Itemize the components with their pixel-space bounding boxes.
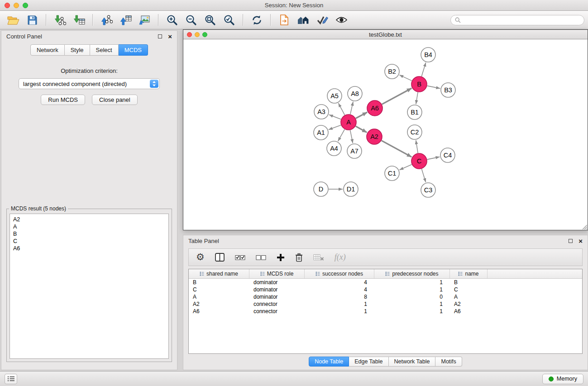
graph-edge-A-A7[interactable]: [350, 130, 353, 143]
graph-node-D1[interactable]: D1: [344, 182, 358, 196]
float-panel-icon[interactable]: [158, 34, 162, 38]
save-session-button[interactable]: [24, 13, 40, 27]
graph-node-A5[interactable]: A5: [327, 89, 342, 103]
tab-network[interactable]: Network: [30, 44, 65, 56]
network-window-titlebar[interactable]: testGlobe.txt: [183, 30, 588, 39]
tab-select[interactable]: Select: [90, 44, 119, 56]
graph-edge-C-C2[interactable]: [416, 140, 418, 153]
graph-node-A6[interactable]: A6: [367, 100, 382, 116]
close-view-icon[interactable]: [187, 32, 192, 37]
cell-successor-nodes[interactable]: 8: [305, 294, 374, 300]
cell-shared-name[interactable]: C: [189, 286, 249, 293]
cell-successor-nodes[interactable]: 1: [305, 301, 374, 307]
cell-mcds-role[interactable]: connector: [249, 308, 305, 315]
graph-node-B[interactable]: B: [411, 76, 427, 92]
graph-edge-A-A4[interactable]: [338, 129, 345, 141]
cell-name[interactable]: A2: [450, 301, 488, 307]
table-row[interactable]: B dominator 4 1 B: [189, 279, 582, 286]
float-table-panel-icon[interactable]: [569, 239, 573, 243]
graph-edge-C-C3[interactable]: [421, 169, 425, 182]
graph-node-C4[interactable]: C4: [440, 148, 455, 162]
search-box[interactable]: [450, 15, 584, 25]
graph-edge-A6-B[interactable]: [382, 88, 412, 104]
table-settings-button[interactable]: ⚙: [196, 253, 205, 262]
column-header-successor-nodes[interactable]: successor nodes: [305, 269, 374, 278]
cell-predecessor-nodes[interactable]: 1: [374, 286, 450, 293]
mcds-result-list[interactable]: A2 A B C A6: [10, 214, 169, 359]
minimize-window-icon[interactable]: [14, 3, 19, 8]
resize-grip-icon[interactable]: [581, 224, 587, 229]
graph-node-B3[interactable]: B3: [441, 83, 455, 97]
function-builder-button[interactable]: f(x): [335, 253, 346, 262]
graph-edge-A-A6[interactable]: [356, 112, 367, 119]
cell-successor-nodes[interactable]: 1: [305, 308, 374, 315]
add-row-button[interactable]: [277, 253, 285, 262]
search-input[interactable]: [464, 17, 580, 23]
column-header-name[interactable]: name: [450, 269, 488, 278]
graph-node-B4[interactable]: B4: [421, 48, 435, 62]
cell-name[interactable]: A6: [450, 308, 488, 315]
graph-edge-B-B4[interactable]: [421, 62, 425, 76]
cell-successor-nodes[interactable]: 4: [305, 279, 374, 286]
table-row[interactable]: A dominator 8 0 A: [189, 293, 582, 300]
graph-node-D[interactable]: D: [314, 182, 328, 196]
import-table-button[interactable]: [71, 13, 87, 27]
show-column-button[interactable]: [215, 253, 225, 262]
home-button[interactable]: [295, 13, 311, 27]
graph-node-A8[interactable]: A8: [348, 86, 362, 101]
cell-predecessor-nodes[interactable]: 0: [374, 294, 450, 300]
tab-edge-table[interactable]: Edge Table: [349, 357, 388, 367]
cell-mcds-role[interactable]: dominator: [249, 279, 305, 286]
tab-style[interactable]: Style: [65, 44, 90, 56]
minimize-view-icon[interactable]: [195, 32, 200, 37]
graph-edge-A-A8[interactable]: [350, 102, 353, 114]
clone-network-button[interactable]: [276, 13, 292, 27]
column-header-mcds-role[interactable]: MCDS role: [249, 269, 305, 278]
zoom-out-button[interactable]: [183, 13, 199, 27]
import-network-button[interactable]: [52, 13, 68, 27]
zoom-window-icon[interactable]: [23, 3, 28, 8]
graph-node-A1[interactable]: A1: [314, 125, 328, 140]
task-history-button[interactable]: [5, 374, 17, 384]
network-canvas[interactable]: B4B2BB3A5A8A6B1A3AC2A1A2A4A7C4CC1C3DD1: [183, 40, 588, 230]
export-table-button[interactable]: [117, 13, 134, 27]
run-mcds-button[interactable]: Run MCDS: [41, 95, 85, 105]
zoom-view-icon[interactable]: [202, 32, 207, 37]
table-row[interactable]: A6 connector 1 1 A6: [189, 308, 582, 315]
graph-node-A3[interactable]: A3: [314, 105, 329, 119]
close-panel-button[interactable]: Close panel: [92, 95, 138, 105]
cell-mcds-role[interactable]: dominator: [249, 294, 305, 300]
graph-node-A[interactable]: A: [341, 114, 356, 130]
graph-node-C3[interactable]: C3: [421, 183, 435, 197]
graph-node-B1[interactable]: B1: [407, 105, 422, 119]
close-panel-icon[interactable]: ×: [168, 33, 172, 40]
tab-motifs[interactable]: Motifs: [435, 357, 462, 367]
delete-table-button[interactable]: [313, 253, 324, 261]
graph-edge-A-A1[interactable]: [329, 125, 341, 129]
cell-successor-nodes[interactable]: 4: [305, 286, 374, 293]
open-session-button[interactable]: [5, 13, 21, 27]
tab-mcds[interactable]: MCDS: [119, 44, 148, 56]
cell-predecessor-nodes[interactable]: 1: [374, 279, 450, 286]
cell-shared-name[interactable]: A6: [189, 308, 249, 315]
zoom-fit-button[interactable]: [202, 13, 218, 27]
graph-edge-A2-C[interactable]: [382, 141, 412, 157]
graph-node-B2[interactable]: B2: [385, 64, 399, 79]
cell-predecessor-nodes[interactable]: 1: [374, 301, 450, 307]
graph-node-A2[interactable]: A2: [367, 129, 382, 144]
graph-edge-A-A3[interactable]: [329, 114, 341, 119]
zoom-selected-button[interactable]: [221, 13, 237, 27]
tab-network-table[interactable]: Network Table: [389, 357, 436, 367]
graph-node-C2[interactable]: C2: [407, 125, 422, 139]
delete-row-button[interactable]: [295, 253, 303, 262]
cell-name[interactable]: C: [450, 286, 488, 293]
close-window-icon[interactable]: [5, 3, 10, 8]
graph-edge-B-B2[interactable]: [399, 75, 411, 81]
graph-node-A4[interactable]: A4: [327, 141, 341, 156]
export-image-button[interactable]: [136, 13, 153, 27]
memory-button[interactable]: Memory: [542, 374, 583, 384]
cell-shared-name[interactable]: B: [189, 279, 249, 286]
table-row[interactable]: C dominator 4 1 C: [189, 286, 582, 293]
cell-predecessor-nodes[interactable]: 1: [374, 308, 450, 315]
optimization-criterion-dropdown[interactable]: largest connected component (directed): [19, 78, 160, 89]
